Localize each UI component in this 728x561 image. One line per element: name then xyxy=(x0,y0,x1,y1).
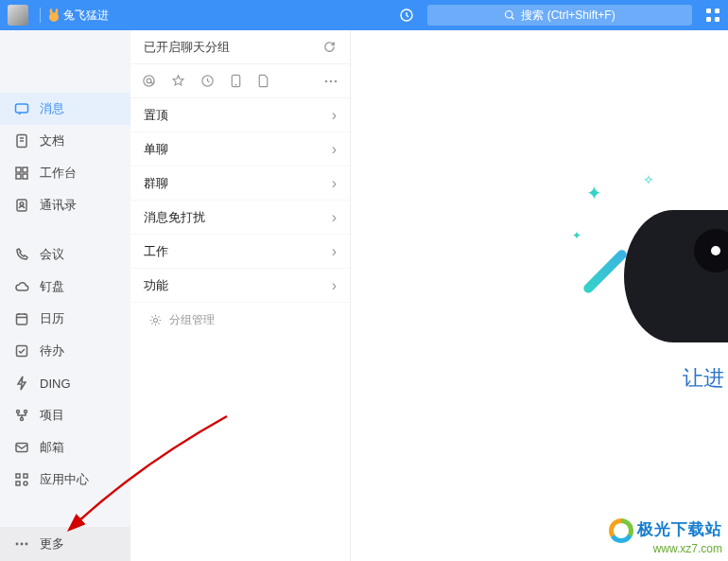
svg-point-30 xyxy=(144,76,154,86)
svg-rect-25 xyxy=(16,482,20,485)
gear-icon xyxy=(149,314,162,326)
svg-rect-5 xyxy=(706,9,711,13)
panel-header-text: 已开启聊天分组 xyxy=(144,39,230,56)
sidebar-item-docs[interactable]: 文档 xyxy=(0,125,130,157)
svg-rect-14 xyxy=(23,174,27,179)
panel-filter-icons xyxy=(130,64,350,98)
svg-point-37 xyxy=(153,318,157,322)
svg-point-20 xyxy=(25,411,27,413)
sidebar-item-todo[interactable]: 待办 xyxy=(0,335,130,367)
watermark-logo-icon xyxy=(609,518,633,543)
chevron-right-icon: › xyxy=(332,107,337,124)
watermark-title: 极光下载站 xyxy=(637,520,722,538)
phone-icon xyxy=(13,246,30,263)
check-icon xyxy=(13,342,30,359)
svg-point-27 xyxy=(16,543,19,546)
watermark: 极光下载站 www.xz7.com xyxy=(609,518,722,555)
apps-icon[interactable] xyxy=(705,8,720,23)
svg-rect-7 xyxy=(706,17,711,22)
sparkle-icon: ✦ xyxy=(586,182,602,204)
search-placeholder: 搜索 (Ctrl+Shift+F) xyxy=(521,8,615,24)
project-icon xyxy=(13,407,30,424)
file-icon[interactable] xyxy=(257,74,269,88)
chevron-right-icon: › xyxy=(332,243,337,260)
svg-rect-8 xyxy=(715,17,719,22)
user-avatar[interactable] xyxy=(8,5,28,26)
svg-point-4 xyxy=(506,11,513,19)
svg-rect-6 xyxy=(715,9,719,13)
mail-icon xyxy=(13,439,30,456)
sidebar-item-drive[interactable]: 钉盘 xyxy=(0,271,130,303)
sidebar-item-appcenter[interactable]: 应用中心 xyxy=(0,464,130,496)
search-input[interactable]: 搜索 (Ctrl+Shift+F) xyxy=(427,5,692,26)
svg-rect-12 xyxy=(23,167,27,172)
search-icon xyxy=(504,9,515,21)
sidebar-item-label: 消息 xyxy=(40,100,64,117)
sidebar-item-meeting[interactable]: 会议 xyxy=(0,238,130,271)
at-icon[interactable] xyxy=(142,74,156,88)
svg-point-28 xyxy=(21,543,24,546)
group-single-chat[interactable]: 单聊 › xyxy=(130,132,350,167)
sparkle-icon: ✧ xyxy=(643,172,654,187)
message-panel: 已开启聊天分组 置顶 › 单聊 › 群聊 › 消息免打扰 › xyxy=(130,30,351,561)
sparkle-icon: ✦ xyxy=(572,229,581,242)
header-title: 兔飞猛进 xyxy=(63,8,109,24)
svg-point-19 xyxy=(17,411,20,413)
group-group-chat[interactable]: 群聊 › xyxy=(130,167,350,201)
svg-point-34 xyxy=(325,79,328,82)
sidebar-item-label: 应用中心 xyxy=(40,471,89,488)
more-filter-icon[interactable] xyxy=(323,79,338,83)
svg-point-35 xyxy=(330,79,333,82)
sidebar-item-mail[interactable]: 邮箱 xyxy=(0,431,130,464)
group-label: 群聊 xyxy=(144,175,168,192)
rabbit-icon xyxy=(46,8,61,23)
sidebar-item-contacts[interactable]: 通讯录 xyxy=(0,189,130,221)
phone-filter-icon[interactable] xyxy=(230,74,242,88)
sidebar-item-label: DING xyxy=(40,377,71,391)
svg-rect-11 xyxy=(16,167,21,172)
chevron-right-icon: › xyxy=(332,209,337,226)
svg-point-29 xyxy=(26,543,28,546)
more-icon xyxy=(13,542,30,546)
svg-point-36 xyxy=(335,79,338,82)
app-header: 兔飞猛进 搜索 (Ctrl+Shift+F) xyxy=(0,0,728,30)
sidebar-more-button[interactable]: 更多 xyxy=(0,527,130,561)
sidebar-item-label: 待办 xyxy=(40,342,64,359)
group-dnd[interactable]: 消息免打扰 › xyxy=(130,201,350,235)
sidebar-item-label: 项目 xyxy=(40,407,64,424)
svg-rect-23 xyxy=(16,474,20,478)
contacts-icon xyxy=(13,197,30,214)
sidebar-item-label: 邮箱 xyxy=(40,439,64,456)
group-label: 单聊 xyxy=(144,141,168,158)
content-area: ✦ ✧ ✦ 让进 极光下载站 www.xz7.com xyxy=(351,30,728,561)
grid-icon xyxy=(13,165,30,182)
clock-icon[interactable] xyxy=(200,74,215,88)
message-icon xyxy=(13,100,30,117)
svg-rect-9 xyxy=(16,104,28,113)
sidebar-item-projects[interactable]: 项目 xyxy=(0,399,130,431)
group-manage-label: 分组管理 xyxy=(169,312,215,328)
chevron-right-icon: › xyxy=(332,175,337,192)
history-icon[interactable] xyxy=(399,8,414,23)
svg-point-1 xyxy=(50,9,53,14)
sidebar-item-label: 钉盘 xyxy=(40,278,64,295)
svg-rect-17 xyxy=(17,314,27,324)
group-label: 工作 xyxy=(144,243,168,260)
divider xyxy=(40,8,41,23)
group-manage-button[interactable]: 分组管理 xyxy=(130,303,350,337)
sidebar-item-calendar[interactable]: 日历 xyxy=(0,303,130,335)
sidebar-item-workbench[interactable]: 工作台 xyxy=(0,157,130,189)
group-function[interactable]: 功能 › xyxy=(130,269,350,303)
calendar-icon xyxy=(13,310,30,327)
sidebar-item-ding[interactable]: DING xyxy=(0,367,130,399)
svg-point-26 xyxy=(24,482,27,485)
sidebar-item-messages[interactable]: 消息 xyxy=(0,93,130,125)
group-work[interactable]: 工作 › xyxy=(130,235,350,269)
group-pinned[interactable]: 置顶 › xyxy=(130,98,350,132)
group-label: 功能 xyxy=(144,277,168,294)
panel-header: 已开启聊天分组 xyxy=(130,30,350,64)
refresh-icon[interactable] xyxy=(322,40,337,54)
sidebar: 消息 文档 工作台 通讯录 会议 钉盘 日历 待办 xyxy=(0,30,130,561)
cloud-icon xyxy=(13,278,30,295)
star-icon[interactable] xyxy=(171,74,185,88)
